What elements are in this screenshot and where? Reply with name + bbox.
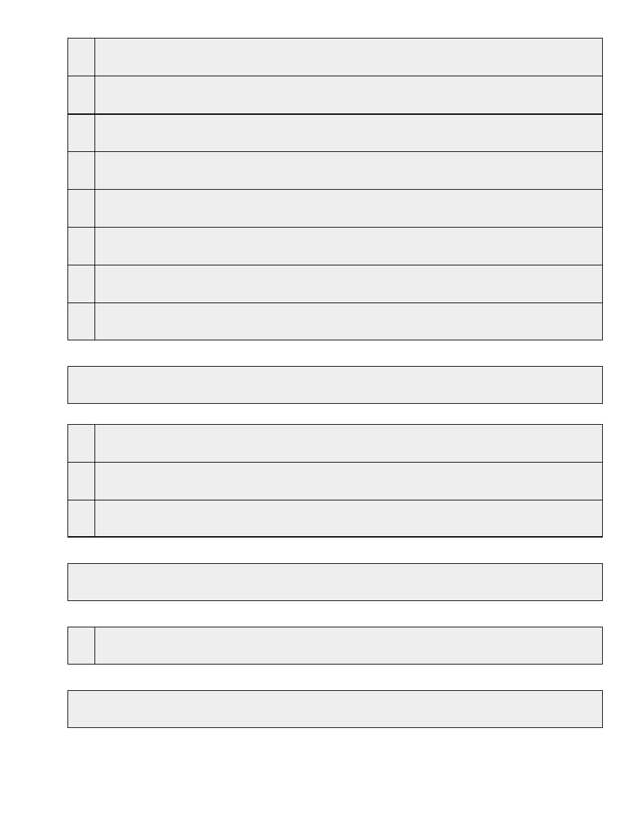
- row-divider: [68, 265, 603, 265]
- row-divider: [68, 151, 603, 152]
- table-block: [68, 424, 603, 538]
- row-divider: [68, 227, 603, 228]
- table-block: [68, 690, 603, 728]
- column-divider: [95, 627, 95, 664]
- row-divider: [68, 76, 603, 76]
- document-page: [0, 0, 644, 834]
- row-divider: [68, 303, 603, 303]
- column-divider: [95, 424, 95, 538]
- table-block: [68, 563, 603, 601]
- table-block: [68, 366, 603, 404]
- row-divider: [68, 500, 603, 500]
- table-block: [68, 627, 603, 664]
- row-divider: [68, 113, 603, 115]
- row-divider: [68, 189, 603, 190]
- row-divider: [68, 462, 603, 463]
